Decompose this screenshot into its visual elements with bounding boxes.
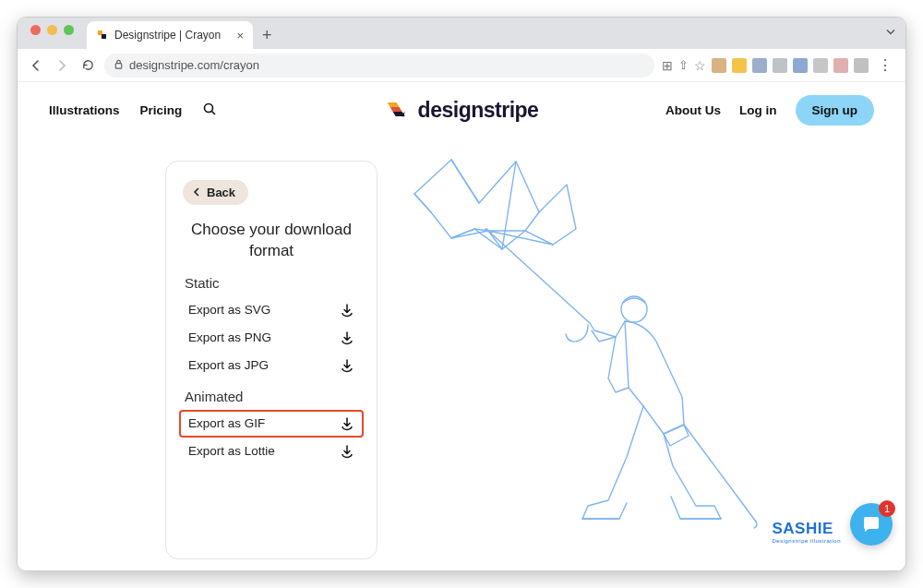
brand-text: designstripe <box>418 98 539 123</box>
extension-icon[interactable] <box>813 58 828 73</box>
lock-icon <box>114 59 124 72</box>
share-icon[interactable]: ⇧ <box>678 58 689 72</box>
chat-button[interactable]: 1 <box>850 503 893 546</box>
close-window-button[interactable] <box>30 25 41 35</box>
export-svg-label: Export as SVG <box>188 303 270 317</box>
download-icon <box>340 330 354 345</box>
watermark: SASHIE Designstripe illustration <box>772 520 841 544</box>
extension-icon[interactable] <box>833 58 848 73</box>
translate-icon[interactable]: ⊞ <box>662 58 673 73</box>
nav-about[interactable]: About Us <box>665 103 721 117</box>
extension-icon[interactable] <box>712 58 726 73</box>
nav-pricing[interactable]: Pricing <box>140 103 183 117</box>
static-group-label: Static <box>185 275 358 291</box>
chat-badge: 1 <box>879 500 895 517</box>
tab-bar: Designstripe | Crayon × + <box>18 18 905 49</box>
nav-right: About Us Log in Sign up <box>665 95 874 126</box>
back-button[interactable] <box>27 56 45 75</box>
download-panel: Back Choose your download format Static … <box>165 161 378 559</box>
browser-tab[interactable]: Designstripe | Crayon × <box>87 21 253 49</box>
svg-point-3 <box>205 104 213 113</box>
nav-login[interactable]: Log in <box>739 103 777 117</box>
signup-button[interactable]: Sign up <box>796 95 875 126</box>
browser-menu-button[interactable]: ⋮ <box>874 56 896 74</box>
maximize-window-button[interactable] <box>64 25 74 35</box>
export-svg-item[interactable]: Export as SVG <box>179 296 364 324</box>
back-label: Back <box>207 186 235 199</box>
panel-title: Choose your download format <box>188 220 354 262</box>
new-tab-button[interactable]: + <box>253 22 282 49</box>
site-header: Illustrations Pricing designstripe <box>18 82 905 133</box>
nav-illustrations[interactable]: Illustrations <box>49 103 120 117</box>
window-controls <box>25 25 81 42</box>
svg-line-4 <box>212 112 216 115</box>
download-icon <box>340 358 354 373</box>
tab-dropdown-icon[interactable] <box>885 27 896 41</box>
close-tab-button[interactable]: × <box>236 29 244 42</box>
brand-logo-icon <box>385 96 411 126</box>
reload-button[interactable] <box>78 56 97 75</box>
export-png-item[interactable]: Export as PNG <box>179 324 364 352</box>
address-bar: designstripe.com/crayon ⊞ ⇧ ☆ ⋮ <box>18 49 905 82</box>
export-lottie-label: Export as Lottie <box>188 444 275 458</box>
animated-group-label: Animated <box>185 389 358 404</box>
export-jpg-label: Export as JPG <box>188 358 269 372</box>
chevron-left-icon <box>192 186 201 199</box>
download-icon <box>340 444 354 459</box>
illustration-preview <box>387 157 793 545</box>
favicon-icon <box>96 29 109 42</box>
extension-icon[interactable] <box>773 58 787 73</box>
search-icon[interactable] <box>202 102 217 119</box>
forward-button[interactable] <box>53 56 71 75</box>
svg-rect-2 <box>115 63 121 68</box>
url-field[interactable]: designstripe.com/crayon <box>104 54 654 78</box>
watermark-tagline: Designstripe illustration <box>772 538 841 544</box>
nav-left: Illustrations Pricing <box>49 102 217 119</box>
url-text: designstripe.com/crayon <box>129 58 259 72</box>
main-content: Back Choose your download format Static … <box>18 133 905 557</box>
panel-back-button[interactable]: Back <box>183 180 248 205</box>
export-gif-label: Export as GIF <box>188 416 265 430</box>
extension-icon[interactable] <box>752 58 767 73</box>
extension-toolbar: ⊞ ⇧ ☆ ⋮ <box>662 56 896 74</box>
brand[interactable]: designstripe <box>385 96 539 126</box>
export-jpg-item[interactable]: Export as JPG <box>179 352 364 379</box>
export-png-label: Export as PNG <box>188 330 271 344</box>
browser-window: Designstripe | Crayon × + designstripe.c… <box>17 17 906 571</box>
svg-point-5 <box>621 296 647 322</box>
export-gif-item[interactable]: Export as GIF <box>179 410 364 438</box>
page-content: Illustrations Pricing designstripe <box>18 82 905 570</box>
download-icon <box>340 303 354 318</box>
star-icon[interactable]: ☆ <box>694 58 706 73</box>
minimize-window-button[interactable] <box>47 25 57 35</box>
tab-title: Designstripe | Crayon <box>114 29 231 42</box>
extension-icon[interactable] <box>854 58 869 73</box>
watermark-title: SASHIE <box>772 520 833 537</box>
svg-rect-1 <box>102 34 106 39</box>
export-lottie-item[interactable]: Export as Lottie <box>179 438 364 465</box>
download-icon <box>340 416 354 431</box>
extension-icon[interactable] <box>793 58 808 73</box>
extension-icon[interactable] <box>732 58 747 73</box>
